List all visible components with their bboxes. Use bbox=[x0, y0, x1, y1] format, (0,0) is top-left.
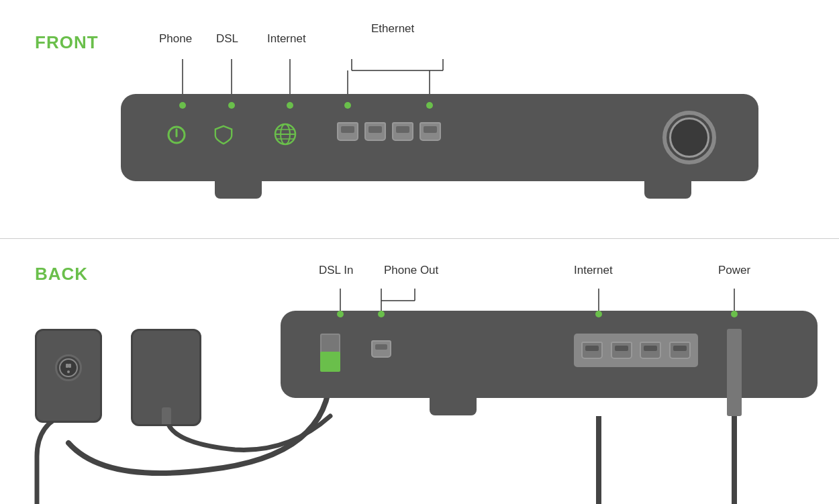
back-eth-port-4 bbox=[669, 342, 691, 359]
phone-label: Phone bbox=[159, 32, 192, 46]
foot-front-left bbox=[215, 180, 262, 199]
phone-out-label: Phone Out bbox=[384, 264, 438, 277]
dsl-in-label: DSL In bbox=[319, 264, 353, 277]
eth2-dot bbox=[426, 102, 433, 109]
outlet-circle bbox=[55, 354, 82, 381]
back-section-label: BACK bbox=[35, 264, 88, 285]
eth-port-1 bbox=[337, 122, 358, 141]
dsl-dot bbox=[228, 102, 235, 109]
globe-icon bbox=[272, 121, 299, 148]
power-brick bbox=[131, 329, 201, 426]
power-back-dot bbox=[731, 311, 738, 317]
eth1-dot bbox=[344, 102, 351, 109]
dsl-in-dot bbox=[337, 311, 344, 317]
eth-port-3 bbox=[392, 122, 413, 141]
shield-icon bbox=[211, 123, 236, 147]
phone-out-dot bbox=[378, 311, 385, 317]
back-eth-port-2 bbox=[611, 342, 632, 359]
svg-point-24 bbox=[60, 359, 77, 376]
power-label: Power bbox=[718, 264, 750, 277]
eth-port-4 bbox=[420, 122, 441, 141]
internet-back-label: Internet bbox=[574, 264, 613, 277]
svg-rect-26 bbox=[68, 364, 71, 368]
internet-front-label: Internet bbox=[267, 32, 306, 46]
svg-rect-25 bbox=[66, 364, 68, 368]
power-port-back bbox=[727, 329, 742, 416]
dsl-label: DSL bbox=[216, 32, 238, 46]
internet-front-dot bbox=[287, 102, 293, 109]
front-section-label: FRONT bbox=[35, 32, 99, 53]
big-circle-inner bbox=[669, 117, 709, 158]
phone-out-port bbox=[371, 340, 391, 358]
eth-port-2 bbox=[364, 122, 386, 141]
foot-back-center bbox=[430, 397, 477, 415]
back-eth-port-1 bbox=[581, 342, 603, 359]
foot-front-right bbox=[644, 180, 691, 199]
internet-ports-back bbox=[574, 334, 698, 367]
phone-dot bbox=[179, 102, 186, 109]
ethernet-label: Ethernet bbox=[371, 22, 414, 36]
back-eth-port-3 bbox=[640, 342, 661, 359]
svg-point-27 bbox=[67, 370, 70, 373]
dsl-cable-plug bbox=[320, 352, 340, 372]
section-divider bbox=[0, 238, 839, 239]
internet-back-dot bbox=[595, 311, 602, 317]
power-icon bbox=[164, 123, 189, 147]
